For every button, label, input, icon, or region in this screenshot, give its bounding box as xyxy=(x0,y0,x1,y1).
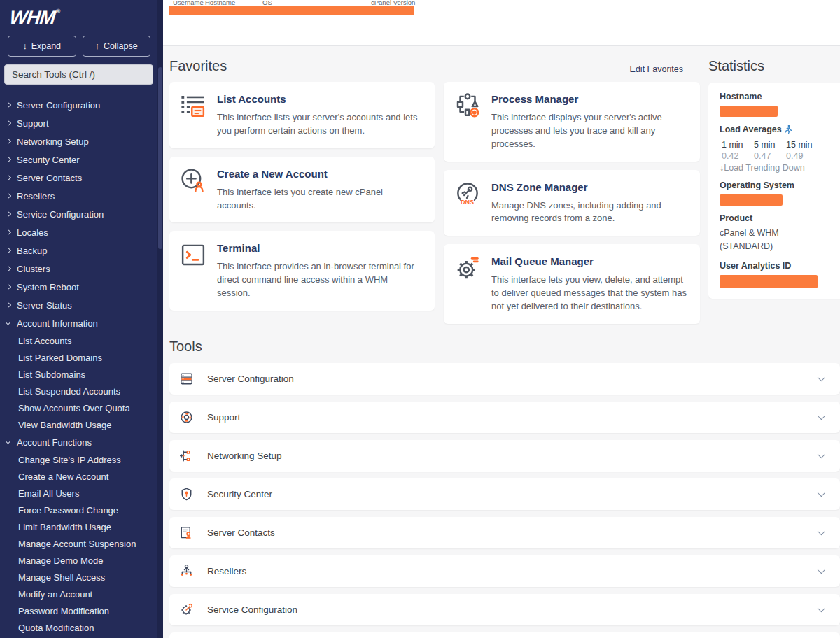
sidebar-item-limit-bandwidth-usage[interactable]: Limit Bandwidth Usage xyxy=(0,518,158,535)
statistics-title: Statistics xyxy=(708,58,764,74)
chevron-down-icon[interactable] xyxy=(818,527,825,535)
dns-zone-icon: DNS xyxy=(453,179,482,208)
chevron-down-icon[interactable] xyxy=(818,451,825,458)
column-header-os: OS xyxy=(262,0,272,6)
favorite-card-terminal[interactable]: Terminal This interface provides an in-b… xyxy=(169,231,435,311)
sidebar-item-list-accounts[interactable]: List Accounts xyxy=(0,332,158,349)
chevron-right-icon xyxy=(6,302,11,307)
chevron-down-icon[interactable] xyxy=(818,566,825,574)
whm-logo[interactable]: WHM® xyxy=(0,0,158,29)
favorite-card-create-a-new-account[interactable]: Create a New Account This interface lets… xyxy=(169,157,435,223)
favorite-card-list-accounts[interactable]: List Accounts This interface lists your … xyxy=(169,82,435,148)
create-account-icon xyxy=(178,166,208,195)
resellers-icon xyxy=(178,563,195,579)
favorite-card-process-manager[interactable]: Process Manager This interface displays … xyxy=(444,82,700,162)
process-manager-icon xyxy=(453,91,482,120)
sidebar-item-list-suspended-accounts[interactable]: List Suspended Accounts xyxy=(0,383,158,399)
product-value-line1: cPanel & WHM xyxy=(720,227,833,240)
sidebar-item-email-all-users[interactable]: Email All Users xyxy=(0,485,158,502)
sidebar-item-server-contacts[interactable]: Server Contacts xyxy=(0,169,158,187)
down-arrow-icon: ↓ xyxy=(22,41,27,51)
chevron-down-icon xyxy=(6,439,10,444)
redacted-os xyxy=(720,194,783,206)
tools-section-support[interactable]: Support xyxy=(169,402,840,433)
sidebar-item-backup[interactable]: Backup xyxy=(0,241,158,260)
tools-section-server-configuration[interactable]: Server Configuration xyxy=(169,363,840,395)
chevron-right-icon xyxy=(6,157,11,162)
load-averages-label: Load Averages xyxy=(720,125,782,134)
sidebar-item-change-site-s-ip-address[interactable]: Change Site's IP Address xyxy=(0,451,158,468)
sidebar-item-show-accounts-over-quota[interactable]: Show Accounts Over Quota xyxy=(0,399,158,416)
tools-section-server-contacts[interactable]: Server Contacts xyxy=(169,517,840,548)
networking-icon xyxy=(178,448,195,464)
product-label: Product xyxy=(720,213,833,223)
sidebar-item-quota-modification[interactable]: Quota Modification xyxy=(0,619,158,636)
sidebar-item-create-a-new-account[interactable]: Create a New Account xyxy=(0,468,158,485)
favorite-card-description: This interface lets you create new cPane… xyxy=(217,186,424,213)
chevron-down-icon xyxy=(6,320,10,325)
terminal-icon xyxy=(178,240,208,269)
favorite-card-dns-zone-manager[interactable]: DNS DNS Zone Manager Manage DNS zones, i… xyxy=(444,170,700,236)
tools-section-label: Service Configuration xyxy=(207,604,298,615)
chevron-down-icon[interactable] xyxy=(818,412,825,420)
sidebar-item-password-modification[interactable]: Password Modification xyxy=(0,602,158,619)
server-info-bar: Username Hostname OS cPanel Version xyxy=(163,0,840,15)
favorite-card-description: Manage DNS zones, including adding and r… xyxy=(491,199,689,226)
header-band xyxy=(163,15,840,46)
edit-favorites-link[interactable]: Edit Favorites xyxy=(630,64,683,74)
tools-section-service-configuration[interactable]: Service Configuration xyxy=(169,594,840,625)
chevron-right-icon xyxy=(6,284,11,289)
sidebar-item-force-password-change[interactable]: Force Password Change xyxy=(0,502,158,518)
tools-section-label: Resellers xyxy=(207,566,246,576)
favorite-card-title[interactable]: DNS Zone Manager xyxy=(491,181,689,193)
search-tools-input[interactable] xyxy=(4,64,153,85)
tools-section-label: Server Contacts xyxy=(207,527,275,538)
sidebar-item-manage-shell-access[interactable]: Manage Shell Access xyxy=(0,569,158,586)
tools-section-locales[interactable]: Az Locales xyxy=(169,632,840,638)
sidebar-item-manage-account-suspension[interactable]: Manage Account Suspension xyxy=(0,535,158,552)
sidebar-item-account-functions[interactable]: Account Functions xyxy=(0,433,158,451)
tools-section-label: Server Configuration xyxy=(207,374,294,384)
favorite-card-title[interactable]: Terminal xyxy=(217,242,424,254)
sidebar-item-resellers[interactable]: Resellers xyxy=(0,187,158,205)
favorite-card-title[interactable]: Process Manager xyxy=(491,93,689,105)
favorite-card-title[interactable]: Create a New Account xyxy=(217,168,424,180)
support-icon xyxy=(178,409,195,425)
sidebar-item-account-information[interactable]: Account Information xyxy=(0,314,158,332)
sidebar-item-server-configuration[interactable]: Server Configuration xyxy=(0,96,158,114)
tools-section-resellers[interactable]: Resellers xyxy=(169,555,840,587)
sidebar-item-server-status[interactable]: Server Status xyxy=(0,296,158,314)
sidebar-item-manage-demo-mode[interactable]: Manage Demo Mode xyxy=(0,552,158,569)
sidebar-item-list-parked-domains[interactable]: List Parked Domains xyxy=(0,349,158,366)
sidebar-item-locales[interactable]: Locales xyxy=(0,223,158,241)
scrollbar-thumb[interactable] xyxy=(158,67,162,249)
column-header-cpanel-version: cPanel Version xyxy=(371,0,415,6)
tools-section-networking-setup[interactable]: Networking Setup xyxy=(169,440,840,472)
collapse-all-button[interactable]: ↑Collapse xyxy=(83,36,151,57)
sidebar-item-list-subdomains[interactable]: List Subdomains xyxy=(0,366,158,383)
sidebar-item-view-bandwidth-usage[interactable]: View Bandwidth Usage xyxy=(0,416,158,433)
sidebar-nav: Server ConfigurationSupportNetworking Se… xyxy=(0,96,158,638)
load-value-1min: 0.42 xyxy=(722,151,754,161)
sidebar-item-networking-setup[interactable]: Networking Setup xyxy=(0,132,158,150)
sidebar-item-support[interactable]: Support xyxy=(0,114,158,132)
hostname-label: Hostname xyxy=(720,92,833,101)
favorite-card-title[interactable]: List Accounts xyxy=(217,93,424,105)
product-value-line2: (STANDARD) xyxy=(720,240,833,253)
sidebar-item-clusters[interactable]: Clusters xyxy=(0,260,158,278)
sidebar-item-modify-an-account[interactable]: Modify an Account xyxy=(0,586,158,602)
tools-section-security-center[interactable]: Security Center xyxy=(169,478,840,510)
sidebar-item-security-center[interactable]: Security Center xyxy=(0,150,158,169)
service-config-icon xyxy=(178,602,195,618)
favorite-card-title[interactable]: Mail Queue Manager xyxy=(491,255,689,267)
sidebar-item-system-reboot[interactable]: System Reboot xyxy=(0,278,158,296)
chevron-down-icon[interactable] xyxy=(818,374,825,381)
sidebar-scrollbar[interactable] xyxy=(158,0,163,638)
expand-all-button[interactable]: ↓Expand xyxy=(8,36,76,57)
chevron-right-icon xyxy=(6,139,11,143)
chevron-down-icon[interactable] xyxy=(818,604,825,612)
favorite-card-mail-queue-manager[interactable]: Mail Queue Manager This interface lets y… xyxy=(444,244,700,324)
tools-title: Tools xyxy=(169,339,202,355)
chevron-down-icon[interactable] xyxy=(818,489,825,497)
sidebar-item-service-configuration[interactable]: Service Configuration xyxy=(0,205,158,223)
